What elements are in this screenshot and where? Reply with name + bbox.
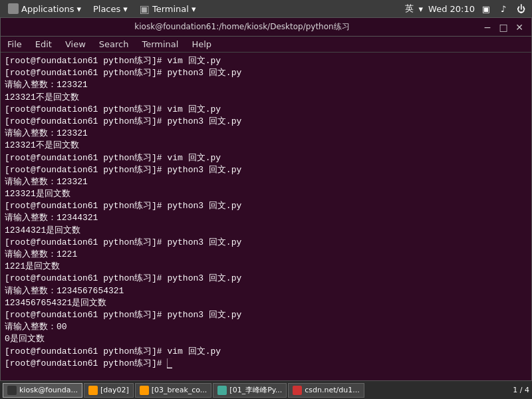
menu-view[interactable]: View xyxy=(59,38,92,51)
terminal-titlebar: kiosk@foundation61:/home/kiosk/Desktop/p… xyxy=(1,18,531,37)
taskbar-right: 1 / 4 xyxy=(513,386,529,394)
terminal-label: Terminal xyxy=(152,4,189,14)
cursor: █ xyxy=(167,358,172,368)
terminal-line: 请输入整数：00 xyxy=(5,322,67,332)
taskbar-item-terminal[interactable]: kiosk@founda... xyxy=(3,383,82,398)
system-bar-left: Applications ▾ Places ▾ ▣ Terminal ▾ xyxy=(3,0,201,17)
terminal-line: [root@foundation61 python练习]# python3 回文… xyxy=(5,165,241,175)
taskbar-item-day02[interactable]: [day02] xyxy=(84,383,134,398)
taskbar-label-01py: [01_李峰峰Py... xyxy=(229,385,282,395)
menu-search[interactable]: Search xyxy=(92,38,136,51)
terminal-line: [root@foundation61 python练习]# vim 回文.py xyxy=(5,104,221,114)
terminal-window: kiosk@foundation61:/home/kiosk/Desktop/p… xyxy=(0,17,532,382)
taskbar-item-01py[interactable]: [01_李峰峰Py... xyxy=(213,383,287,398)
menu-edit[interactable]: Edit xyxy=(29,38,59,51)
page-indicator: 1 / 4 xyxy=(513,386,529,394)
applications-menu[interactable]: Applications ▾ xyxy=(3,0,86,17)
terminal-line: [root@foundation61 python练习]# vim 回文.py xyxy=(5,153,221,163)
terminal-line: 123321是回文数 xyxy=(5,189,70,199)
terminal-menubar: File Edit View Search Terminal Help xyxy=(1,37,531,53)
terminal-line: [root@foundation61 python练习]# python3 回文… xyxy=(5,116,241,126)
terminal-line: 1221是回文数 xyxy=(5,261,60,271)
terminal-line: 请输入整数：123321 xyxy=(5,80,88,90)
terminal-line: [root@foundation61 python练习]# vim 回文.py xyxy=(5,56,221,66)
taskbar-item-03break[interactable]: [03_break_co... xyxy=(135,383,212,398)
taskbar-icon-day02 xyxy=(88,386,98,395)
applications-label: Applications xyxy=(21,4,74,14)
terminal-arrow: ▾ xyxy=(192,4,196,14)
maximize-button[interactable]: □ xyxy=(497,21,510,34)
terminal-line: 请输入整数：1221 xyxy=(5,249,77,259)
terminal-line: [root@foundation61 python练习]# xyxy=(5,358,167,368)
terminal-line: [root@foundation61 python练习]# vim 回文.py xyxy=(5,346,221,356)
taskbar-label-day02: [day02] xyxy=(100,386,129,394)
system-bar-right: 英 ▾ Wed 20:10 ▣ ♪ ⏻ xyxy=(405,3,529,15)
system-bar: Applications ▾ Places ▾ ▣ Terminal ▾ 英 ▾… xyxy=(0,0,532,17)
places-menu[interactable]: Places ▾ xyxy=(88,0,133,17)
volume-icon[interactable]: ♪ xyxy=(497,3,509,15)
terminal-line: [root@foundation61 python练习]# python3 回文… xyxy=(5,68,241,78)
terminal-line: [root@foundation61 python练习]# python3 回文… xyxy=(5,310,241,320)
app-icon xyxy=(8,3,19,14)
terminal-line: 12344321是回文数 xyxy=(5,225,80,235)
menu-file[interactable]: File xyxy=(1,38,29,51)
taskbar-icon-terminal xyxy=(7,386,17,395)
terminal-line: [root@foundation61 python练习]# python3 回文… xyxy=(5,201,241,211)
display-icon[interactable]: ▣ xyxy=(480,3,492,15)
minimize-button[interactable]: − xyxy=(481,21,494,34)
terminal-line: 请输入整数：12344321 xyxy=(5,213,98,223)
taskbar-icon-01py xyxy=(217,386,227,395)
clock: Wed 20:10 xyxy=(428,4,475,14)
terminal-line: 1234567654321是回文数 xyxy=(5,298,106,308)
taskbar-icon-03break xyxy=(140,386,149,395)
taskbar: kiosk@founda... [day02] [03_break_co... … xyxy=(0,380,532,399)
terminal-line: 请输入整数：123321 xyxy=(5,128,88,138)
menu-terminal[interactable]: Terminal xyxy=(135,38,185,51)
places-arrow: ▾ xyxy=(123,4,128,14)
close-button[interactable]: ✕ xyxy=(513,21,526,34)
terminal-line: 0是回文数 xyxy=(5,334,45,344)
taskbar-item-csdn[interactable]: csdn.net/du1... xyxy=(288,383,364,398)
taskbar-label-csdn: csdn.net/du1... xyxy=(305,386,359,394)
taskbar-label-03break: [03_break_co... xyxy=(152,386,207,394)
terminal-line: [root@foundation61 python练习]# python3 回文… xyxy=(5,237,241,247)
terminal-line: [root@foundation61 python练习]# python3 回文… xyxy=(5,273,241,283)
taskbar-icon-csdn xyxy=(293,386,302,395)
terminal-title: kiosk@foundation61:/home/kiosk/Desktop/p… xyxy=(6,21,478,33)
terminal-line: 123321不是回文数 xyxy=(5,140,79,150)
places-label: Places xyxy=(93,4,120,14)
taskbar-label-terminal: kiosk@founda... xyxy=(19,386,78,394)
terminal-menu[interactable]: ▣ Terminal ▾ xyxy=(134,0,201,17)
power-icon[interactable]: ⏻ xyxy=(515,3,527,15)
applications-arrow: ▾ xyxy=(76,4,81,14)
terminal-body[interactable]: [root@foundation61 python练习]# vim 回文.py … xyxy=(1,53,531,381)
terminal-line: 请输入整数：123321 xyxy=(5,177,88,187)
language-indicator[interactable]: 英 xyxy=(405,3,414,15)
terminal-line: 123321不是回文数 xyxy=(5,92,79,102)
menu-help[interactable]: Help xyxy=(185,38,218,51)
terminal-line: 请输入整数：1234567654321 xyxy=(5,286,124,296)
arrow-lang: ▾ xyxy=(419,4,424,14)
terminal-icon: ▣ xyxy=(140,3,150,15)
